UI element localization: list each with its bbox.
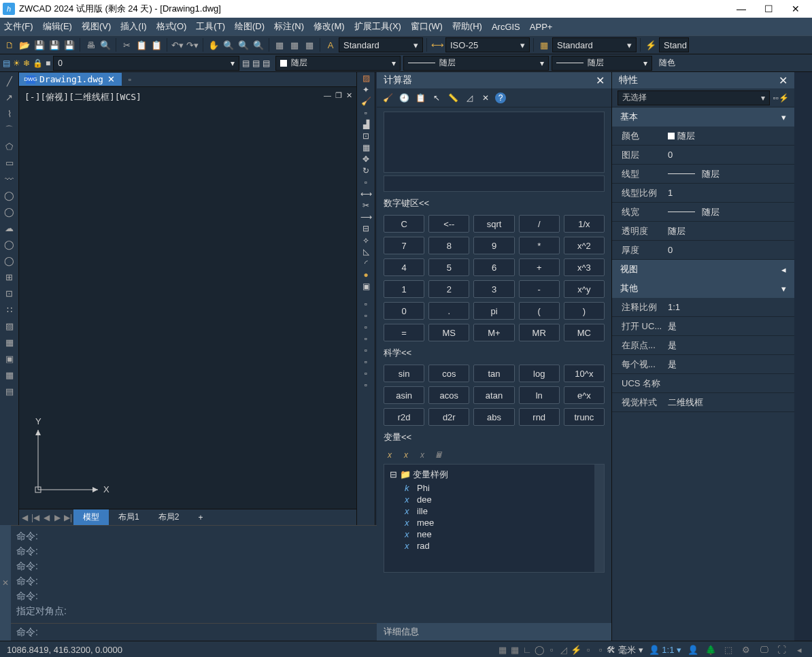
calc-key-d2r[interactable]: d2r — [428, 408, 469, 426]
varpad-label[interactable]: 变量<< — [384, 431, 605, 443]
calc-help-icon[interactable]: ? — [495, 92, 506, 103]
var-del-icon[interactable]: x — [416, 449, 428, 461]
menu-arcgis[interactable]: ArcGIS — [492, 22, 520, 32]
close-button[interactable]: ✕ — [782, 3, 809, 14]
property-row[interactable]: 颜色随层 — [612, 127, 794, 146]
calc-key-[interactable]: ) — [564, 302, 605, 320]
gradient-tool[interactable]: ▦ — [2, 335, 17, 350]
property-row[interactable]: 线宽随层 — [612, 203, 794, 222]
arc-tool[interactable]: ⌒ — [2, 122, 17, 137]
variable-item[interactable]: xrad — [387, 540, 601, 552]
maximize-button[interactable]: ☐ — [755, 3, 782, 14]
calc-key-xy[interactable]: x^y — [564, 280, 605, 298]
calc-key-[interactable]: - — [519, 280, 560, 298]
calc-key-cos[interactable]: cos — [428, 365, 469, 382]
copy-tool[interactable]: ▫ — [365, 108, 367, 118]
calc-key-pi[interactable]: pi — [473, 302, 514, 320]
calc-history-icon[interactable]: 🕘 — [397, 91, 411, 105]
layout-tab-2[interactable]: 布局2 — [149, 509, 189, 525]
menu-dim[interactable]: 标注(N) — [274, 20, 304, 33]
calc-key-[interactable]: * — [519, 237, 560, 254]
revcloud-tool[interactable]: ☁ — [2, 220, 17, 235]
lineweight-dropdown[interactable]: 随层▾ — [552, 56, 652, 71]
menu-tools[interactable]: 工具(T) — [196, 20, 225, 33]
extend-tool[interactable]: ⟶ — [360, 212, 372, 222]
undo-icon[interactable]: ↶▾ — [171, 38, 184, 52]
calc-key-[interactable]: <-- — [428, 215, 469, 233]
property-row[interactable]: 打开 UC...是 — [612, 317, 794, 336]
print-icon[interactable]: 🖶 — [84, 38, 97, 52]
property-value[interactable]: 是 — [668, 339, 794, 352]
viewport[interactable]: [-][俯视][二维线框][WCS] — ❐ ✕ X Y — [19, 87, 356, 509]
calc-icon[interactable]: ▦ — [288, 38, 301, 52]
trim-tool[interactable]: ✂ — [362, 201, 369, 210]
tablestyle-dropdown[interactable]: Standard▾ — [552, 37, 637, 52]
calc-key-x3[interactable]: x^3 — [564, 258, 605, 276]
donut-tool[interactable]: ◯ — [2, 237, 17, 252]
property-value[interactable]: 是 — [668, 320, 794, 333]
save-icon[interactable]: 💾 — [33, 38, 46, 52]
expand-icon[interactable]: ◂ — [793, 644, 805, 656]
selectobj-icon[interactable]: ⚡ — [779, 93, 789, 103]
preview-icon[interactable]: 🔍 — [99, 38, 112, 52]
document-tab-active[interactable]: DWG Drawing1.dwg ✕ — [19, 73, 122, 86]
viewport-label[interactable]: [-][俯视][二维线框][WCS] — [24, 91, 141, 103]
stretch-tool[interactable]: ⟷ — [360, 189, 372, 199]
block-tool[interactable]: ⊞ — [2, 269, 17, 284]
variable-item[interactable]: xmee — [387, 517, 601, 528]
vp-restore-icon[interactable]: ❐ — [335, 91, 342, 100]
property-value[interactable]: 二维线框 — [668, 397, 794, 409]
line-tool[interactable]: ╱ — [2, 73, 17, 88]
dim-tool-5[interactable]: ▫ — [365, 346, 367, 355]
dyn-icon[interactable]: ▫ — [582, 644, 594, 656]
text-tool[interactable]: ▤ — [2, 384, 17, 399]
calc-key-log[interactable]: log — [519, 365, 560, 382]
calc-key-sin[interactable]: sin — [384, 365, 424, 382]
props-icon[interactable]: ▦ — [273, 38, 286, 52]
varlist-scrollbar[interactable] — [594, 465, 604, 572]
calc-key-ms[interactable]: MS — [428, 324, 469, 341]
menu-help[interactable]: 帮助(H) — [452, 20, 482, 33]
monitor-icon[interactable]: 🖵 — [758, 644, 770, 656]
textstyle-icon[interactable]: A — [324, 38, 337, 52]
calc-key-acos[interactable]: acos — [428, 386, 469, 404]
menu-view[interactable]: 视图(V) — [82, 20, 111, 33]
calc-key-[interactable]: / — [519, 215, 560, 233]
propgroup-other[interactable]: 其他▾ — [612, 279, 794, 298]
layer-prev-icon[interactable]: ▤ — [242, 58, 250, 68]
layer-color-icon[interactable]: ■ — [46, 58, 50, 68]
variable-item[interactable]: xnee — [387, 528, 601, 540]
ellipsearc-tool[interactable]: ◯ — [2, 253, 17, 268]
dim-tool-6[interactable]: ▫ — [365, 357, 367, 367]
point-tool[interactable]: ∷ — [2, 302, 17, 317]
var-edit-icon[interactable]: x — [400, 449, 412, 461]
new-tab-button[interactable]: ▫ — [122, 75, 138, 84]
dim-tool-8[interactable]: ▫ — [365, 380, 367, 390]
calc-key-2[interactable]: 2 — [428, 280, 469, 298]
calc-clear-icon[interactable]: 🧹 — [381, 91, 394, 105]
property-value[interactable]: 随层 — [668, 206, 794, 218]
rotate-tool[interactable]: ↻ — [362, 166, 369, 175]
calc-dist-icon[interactable]: 📏 — [446, 91, 460, 105]
join-tool[interactable]: ⟡ — [363, 235, 369, 245]
color-dropdown[interactable]: 随层▾ — [275, 56, 401, 71]
tab-nav-prev[interactable]: |◀ — [30, 513, 41, 522]
calc-key-x2[interactable]: x^2 — [564, 237, 605, 254]
zoom-icon[interactable]: 🔍 — [222, 38, 235, 52]
solid-tool[interactable]: ● — [363, 270, 368, 280]
lwt-icon[interactable]: ▫ — [594, 644, 607, 656]
tab-close-icon[interactable]: ✕ — [107, 74, 115, 84]
dimstyle-dropdown[interactable]: ISO-25▾ — [445, 37, 530, 52]
var-calc-icon[interactable]: 🖩 — [433, 449, 445, 461]
ortho-icon[interactable]: ∟ — [521, 644, 533, 656]
property-value[interactable]: 1:1 — [668, 302, 794, 312]
new-icon[interactable]: 🗋 — [3, 38, 16, 52]
property-row[interactable]: 透明度随层 — [612, 222, 794, 241]
polygon-tool[interactable]: ⬠ — [2, 139, 17, 154]
coordinates[interactable]: 1086.8419, 416.3200, 0.0000 — [7, 645, 122, 655]
layer-state-icon[interactable]: ▤ — [252, 58, 260, 68]
calculator-detail-label[interactable]: 详细信息 — [377, 623, 611, 641]
calc-key-5[interactable]: 5 — [428, 258, 469, 276]
property-value[interactable]: 1 — [668, 188, 794, 198]
menu-format[interactable]: 格式(O) — [156, 20, 187, 33]
